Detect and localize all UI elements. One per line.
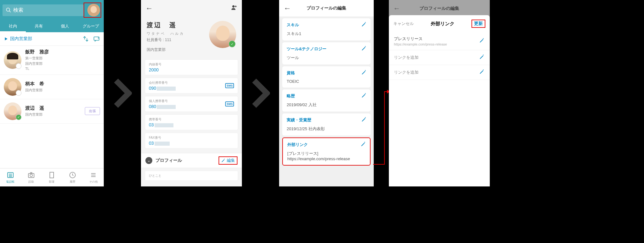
field-label: ひとこと [149, 173, 234, 178]
section-profile[interactable]: ⌄ プロフィール 編集 [141, 153, 242, 168]
flow-arrow [242, 0, 279, 186]
profile-text: 渡辺 遥 ワタナベ ハルカ 社員番号 : 111 国内営業部 [147, 21, 205, 52]
search-input[interactable]: 検索 [3, 4, 84, 16]
sms-badge[interactable]: SMS [225, 83, 234, 88]
card-label: 実績・受賞歴 [287, 117, 366, 123]
card-history[interactable]: 略歴 2019/09/02 入社 [282, 89, 371, 112]
card-value: 2019/12/25 社内表彰 [287, 126, 366, 132]
profile-avatar[interactable] [209, 21, 236, 48]
nav-directory[interactable]: 電話帳 [0, 168, 21, 186]
card-label: 略歴 [287, 93, 366, 99]
profile-kana: ワタナベ ハルカ [147, 31, 205, 36]
card-label: 外部リンク [287, 142, 366, 148]
nav-more[interactable]: その他 [83, 168, 104, 186]
edit-button[interactable]: 編集 [221, 158, 235, 163]
search-placeholder: 検索 [13, 7, 23, 14]
tab-shared[interactable]: 共有 [26, 20, 52, 32]
card-label: スキル [287, 22, 366, 28]
field-label: 会社携帯番号 [149, 81, 234, 85]
link-add-label: リンクを追加 [394, 70, 479, 75]
camera-icon [27, 171, 35, 179]
svg-rect-9 [50, 172, 54, 178]
card-label: ツール&テクノロジー [287, 46, 366, 52]
back-button[interactable]: ← [393, 4, 401, 13]
field-value: 080 [149, 104, 234, 109]
pencil-icon[interactable] [361, 93, 367, 100]
clock-icon [68, 171, 77, 179]
card-tools[interactable]: ツール&テクノロジー ツール [282, 42, 371, 64]
card-skill[interactable]: スキル スキル1 [282, 18, 371, 40]
comment-icon[interactable] [93, 35, 100, 42]
pencil-icon[interactable] [361, 117, 367, 124]
card-external-links[interactable]: 外部リンク [プレスリリース] https://example.com/pres… [282, 137, 371, 166]
my-avatar[interactable] [87, 4, 100, 16]
sheet-header: キャンセル 外部リンク 更新 [389, 15, 490, 32]
card-cert[interactable]: 資格 TOEIC [282, 66, 371, 88]
back-button[interactable]: ← [145, 4, 153, 13]
tab-group[interactable]: グループ [78, 20, 104, 32]
tab-personal[interactable]: 個人 [52, 20, 78, 32]
chevron-right-icon [113, 77, 132, 109]
link-row[interactable]: プレスリリース https://example.com/press-releas… [389, 32, 490, 50]
pencil-icon[interactable] [479, 54, 485, 61]
department-name: 国内営業部 [10, 36, 32, 42]
nav-scan[interactable]: 読取 [21, 168, 42, 186]
contact-item[interactable]: 柄本 希 国内営業部 [0, 75, 104, 99]
contact-item[interactable]: 飯野 雅彦 第一営業部 国内営業部 TL [0, 46, 104, 75]
sms-badge[interactable]: SMS [225, 101, 234, 106]
highlight-avatar [84, 3, 101, 18]
sort-icon[interactable] [82, 35, 89, 42]
highlight-update: 更新 [471, 20, 485, 28]
department-row[interactable]: 国内営業部 [0, 32, 104, 46]
contact-info: 飯野 雅彦 第一営業部 国内営業部 TL [25, 49, 100, 71]
pencil-icon[interactable] [361, 46, 367, 52]
screen-directory: 検索 社内 共有 個人 グループ 国内営業部 飯野 雅彦 第一営業部 [0, 0, 104, 186]
add-contact-button[interactable] [231, 4, 237, 12]
cancel-button[interactable]: キャンセル [393, 21, 414, 27]
pencil-icon[interactable] [361, 70, 367, 76]
dim-header: ← プロフィールの編集 [389, 0, 490, 17]
card-awards[interactable]: 実績・受賞歴 2019/12/25 社内表彰 [282, 113, 371, 136]
link-add-row[interactable]: リンクを追加 [389, 50, 490, 65]
play-icon [4, 37, 8, 41]
presence-badge [16, 90, 21, 96]
red-arrow-icon [372, 0, 391, 186]
screen-profile-detail: ← 渡辺 遥 ワタナベ ハルカ 社員番号 : 111 国内営業部 内線番号 20… [141, 0, 242, 186]
card-value: TOEIC [287, 79, 366, 84]
tab-internal[interactable]: 社内 [0, 20, 26, 32]
pencil-icon [221, 158, 225, 163]
pencil-icon[interactable] [361, 21, 367, 28]
avatar [4, 78, 21, 96]
sheet-title: 外部リンク [414, 21, 471, 27]
pencil-icon[interactable] [360, 141, 366, 148]
away-badge: 出張 [85, 107, 100, 115]
back-button[interactable]: ← [284, 4, 291, 13]
field-hitokoto: ひとこと [145, 171, 238, 181]
pencil-icon[interactable] [479, 69, 485, 76]
field-personal-mobile[interactable]: 個人携帯番号 080 SMS [145, 96, 238, 112]
link-add-row[interactable]: リンクを追加 [389, 65, 490, 80]
avatar [4, 102, 21, 120]
pencil-icon[interactable] [479, 38, 485, 45]
collapse-icon[interactable]: ⌄ [145, 157, 152, 164]
header: ← プロフィールの編集 [279, 0, 374, 16]
contact-item[interactable]: 渡辺 遥 国内営業部 出張 [0, 99, 104, 124]
nav-dept[interactable]: 部署 [42, 168, 62, 186]
presence-badge-online [16, 114, 21, 120]
link-add-label: リンクを追加 [394, 55, 479, 60]
card-value: ツール [287, 55, 366, 61]
svg-point-8 [30, 174, 32, 177]
field-mobile[interactable]: 携帯番号 03 [145, 114, 238, 130]
field-extension[interactable]: 内線番号 2000 [145, 59, 238, 75]
nav-history[interactable]: 履歴 [62, 168, 83, 186]
screen-profile-edit: ← プロフィールの編集 スキル スキル1 ツール&テクノロジー ツール 資格 T… [279, 0, 374, 186]
field-value: 03 [149, 122, 234, 127]
link-text: プレスリリース https://example.com/press-releas… [394, 36, 479, 46]
update-button[interactable]: 更新 [474, 21, 483, 27]
field-company-mobile[interactable]: 会社携帯番号 090 SMS [145, 78, 238, 94]
field-fax[interactable]: FAX番号 03 [145, 133, 238, 149]
contact-name: 渡辺 遥 [25, 105, 81, 111]
profile-emp-no: 社員番号 : 111 [147, 37, 205, 43]
card-label: 資格 [287, 70, 366, 76]
contact-name: 飯野 雅彦 [25, 49, 100, 55]
